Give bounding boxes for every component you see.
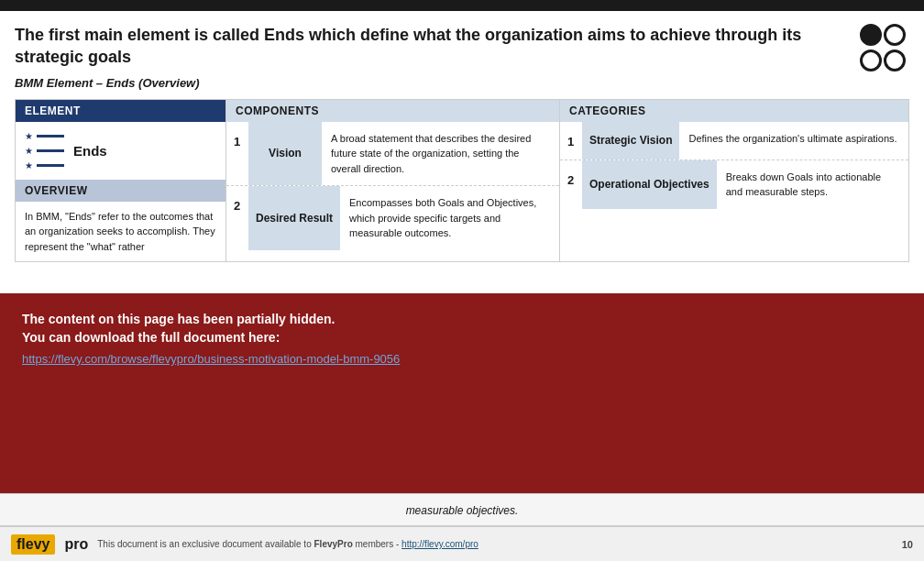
cat-name-2: Operational Objectives xyxy=(582,160,717,209)
star-line-2: ★ xyxy=(25,146,64,156)
cat-desc-2: Breaks down Goals into actionable and me… xyxy=(717,160,908,209)
cat-number-1: 1 xyxy=(560,122,582,160)
element-header: ELEMENT xyxy=(16,100,226,122)
components-panel: COMPONENTS 1 Vision A broad statement th… xyxy=(226,100,560,262)
footer-logo-pro: pro xyxy=(64,536,88,553)
cat-desc-1: Defines the organization's ultimate aspi… xyxy=(679,122,908,160)
comp-name-1: Vision xyxy=(248,122,322,186)
logo-area xyxy=(860,24,909,73)
comp-desc-1: A broad statement that describes the des… xyxy=(322,122,559,186)
footer-logo-flevy: flevy xyxy=(16,536,50,552)
star-lines: ★ ★ ★ xyxy=(25,131,64,170)
page-title: The first main element is called Ends wh… xyxy=(15,24,821,69)
categories-header: CATEGORIES xyxy=(560,100,908,122)
element-content: ★ ★ ★ Ends xyxy=(16,122,226,180)
components-header: COMPONENTS xyxy=(226,100,559,122)
bottom-text-bar: measurable objectives. xyxy=(0,493,924,526)
star-icon-3: ★ xyxy=(25,160,33,170)
star-line-3: ★ xyxy=(25,160,64,170)
left-panel: ELEMENT ★ ★ ★ Ends xyxy=(16,100,226,262)
overview-header: OVERVIEW xyxy=(16,180,226,202)
star-line-1: ★ xyxy=(25,131,64,141)
component-row-2: 2 Desired Result Encompasses both Goals … xyxy=(226,186,559,250)
footer-link[interactable]: http://flevy.com/pro xyxy=(402,539,478,549)
comp-desc-2: Encompasses both Goals and Objectives, w… xyxy=(340,186,559,250)
line-bar-3 xyxy=(37,164,64,167)
main-table: ELEMENT ★ ★ ★ Ends xyxy=(15,99,909,263)
logo-circle-3 xyxy=(860,50,882,72)
category-row-2: 2 Operational Objectives Breaks down Goa… xyxy=(560,160,908,209)
comp-name-2: Desired Result xyxy=(248,186,340,250)
comp-number-1: 1 xyxy=(226,122,248,186)
bottom-italic-text: measurable objectives. xyxy=(406,504,519,517)
page-subtitle: BMM Element – Ends (Overview) xyxy=(15,76,909,90)
category-row-1: 1 Strategic Vision Defines the organizat… xyxy=(560,122,908,160)
overlay-line1: The content on this page has been partia… xyxy=(22,312,902,326)
footer-page-number: 10 xyxy=(902,539,913,550)
element-label: Ends xyxy=(73,143,107,159)
top-bar xyxy=(0,0,924,11)
component-row-1: 1 Vision A broad statement that describe… xyxy=(226,122,559,187)
cat-name-1: Strategic Vision xyxy=(582,122,679,160)
cat-number-2: 2 xyxy=(560,160,582,209)
footer-description: This document is an exclusive document a… xyxy=(97,539,478,549)
flevy-logo-box: flevy xyxy=(11,534,55,555)
line-bar-2 xyxy=(37,149,64,152)
overlay-section: The content on this page has been partia… xyxy=(0,293,924,526)
line-bar-1 xyxy=(37,135,64,138)
overlay-line2: You can download the full document here: xyxy=(22,330,902,345)
logo-circle-2 xyxy=(884,24,906,46)
categories-panel: CATEGORIES 1 Strategic Vision Defines th… xyxy=(560,100,908,262)
footer: flevy pro This document is an exclusive … xyxy=(0,526,924,561)
logo-circle-1 xyxy=(860,24,882,46)
star-icon-2: ★ xyxy=(25,146,33,156)
logo-circle-4 xyxy=(884,50,906,72)
footer-bold: FlevyPro xyxy=(314,539,353,549)
star-icon-1: ★ xyxy=(25,131,33,141)
overview-text: In BMM, "Ends" refer to the outcomes tha… xyxy=(16,202,226,262)
overlay-link[interactable]: https://flevy.com/browse/flevypro/busine… xyxy=(22,352,902,366)
main-content: The first main element is called Ends wh… xyxy=(0,11,924,271)
logo-circles xyxy=(860,24,909,73)
comp-number-2: 2 xyxy=(226,186,248,250)
